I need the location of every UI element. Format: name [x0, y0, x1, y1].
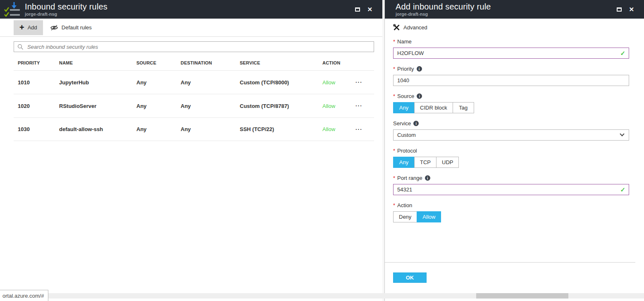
left-blade-toolbar: + Add Default rules [0, 19, 382, 37]
column-header-name: NAME [59, 60, 136, 65]
service-select[interactable]: Custom [393, 129, 629, 141]
source-option-cidr-block[interactable]: CIDR block [414, 102, 453, 113]
azure-portal: Inbound security rules jorge-draft-nsg ✕… [0, 0, 644, 301]
table-row[interactable]: 1030default-allow-sshAnyAnySSH (TCP/22)A… [14, 117, 374, 141]
cell-priority: 1030 [18, 126, 59, 132]
protocol-toggle-group: Any TCP UDP [393, 157, 629, 168]
priority-input[interactable] [393, 75, 629, 86]
cell-name: default-allow-ssh [59, 126, 136, 132]
protocol-option-udp[interactable]: UDP [436, 157, 459, 168]
cell-service: SSH (TCP/22) [240, 126, 322, 132]
row-menu-button[interactable]: ... [355, 78, 374, 87]
plus-icon: + [19, 23, 24, 31]
cell-destination: Any [181, 126, 240, 132]
cell-source: Any [136, 126, 181, 132]
required-asterisk: * [393, 202, 395, 208]
column-header-service: SERVICE [240, 60, 322, 65]
default-rules-button[interactable]: Default rules [44, 20, 98, 35]
left-blade-subtitle: jorge-draft-nsg [25, 12, 107, 17]
port-range-label: * Port range i [393, 175, 629, 181]
search-input[interactable] [26, 43, 370, 50]
action-label: * Action [393, 202, 629, 208]
info-icon: i [425, 175, 430, 181]
cell-source: Any [136, 103, 181, 109]
protocol-label: * Protocol [393, 148, 629, 154]
required-asterisk: * [393, 93, 395, 99]
add-button-label: Add [28, 24, 37, 31]
cell-destination: Any [181, 103, 240, 109]
source-option-any[interactable]: Any [393, 102, 415, 113]
cell-priority: 1020 [18, 103, 59, 109]
table-row[interactable]: 1020RStudioServerAnyAnyCustom (TCP/8787)… [14, 94, 374, 117]
inbound-rules-icon [3, 2, 21, 17]
valid-check-icon: ✓ [620, 50, 625, 57]
add-rule-form: * Name ✓ * Priority i [385, 36, 644, 222]
port-range-input[interactable] [393, 184, 629, 195]
valid-check-icon: ✓ [620, 186, 625, 194]
maximize-icon[interactable] [355, 7, 360, 12]
cell-destination: Any [181, 79, 240, 86]
add-button[interactable]: + Add [14, 20, 43, 35]
cell-service: Custom (TCP/8787) [240, 103, 322, 109]
cell-action: Allow [322, 126, 355, 132]
column-header-priority: PRIORITY [18, 60, 59, 65]
footer-divider [385, 262, 635, 263]
inbound-security-rules-blade: Inbound security rules jorge-draft-nsg ✕… [0, 0, 382, 301]
source-option-tag[interactable]: Tag [453, 102, 474, 113]
cell-action: Allow [322, 79, 355, 86]
required-asterisk: * [393, 38, 395, 45]
right-blade-subtitle: jorge-draft-nsg [396, 12, 491, 17]
required-asterisk: * [393, 175, 395, 181]
row-menu-button[interactable]: ... [355, 101, 374, 110]
column-header-destination: DESTINATION [181, 60, 240, 65]
ok-button[interactable]: OK [393, 272, 427, 283]
cell-name: RStudioServer [59, 103, 136, 109]
cell-name: JupyterHub [59, 79, 136, 86]
left-blade-header: Inbound security rules jorge-draft-nsg ✕ [0, 0, 382, 19]
info-icon: i [417, 66, 422, 72]
action-field: * Action Deny Allow [393, 202, 629, 222]
cell-action: Allow [322, 103, 355, 109]
scrollbar-thumb[interactable] [476, 293, 568, 299]
horizontal-scrollbar[interactable] [0, 293, 644, 299]
priority-field: * Priority i [393, 66, 629, 86]
action-option-deny[interactable]: Deny [393, 211, 417, 222]
search-icon [17, 44, 24, 50]
service-label: Service i [393, 120, 629, 127]
name-field: * Name ✓ [393, 38, 629, 59]
service-field: Service i Custom [393, 120, 629, 141]
rules-table-body: 1010JupyterHubAnyAnyCustom (TCP/8000)All… [14, 70, 374, 141]
right-blade-title: Add inbound security rule [396, 2, 491, 11]
row-menu-button[interactable]: ... [355, 125, 374, 134]
protocol-option-tcp[interactable]: TCP [414, 157, 436, 168]
chevron-down-icon [620, 131, 624, 136]
column-header-source: SOURCE [136, 60, 181, 65]
port-range-field: * Port range i ✓ [393, 175, 629, 195]
table-header-row: PRIORITY NAME SOURCE DESTINATION SERVICE… [14, 52, 374, 70]
table-row[interactable]: 1010JupyterHubAnyAnyCustom (TCP/8000)All… [14, 70, 374, 94]
required-asterisk: * [393, 66, 395, 72]
close-icon[interactable]: ✕ [629, 6, 634, 12]
add-rule-blade: Add inbound security rule jorge-draft-ns… [385, 0, 644, 301]
action-option-allow[interactable]: Allow [417, 211, 441, 222]
priority-label: * Priority i [393, 66, 629, 72]
protocol-field: * Protocol Any TCP UDP [393, 148, 629, 168]
cell-priority: 1010 [18, 79, 59, 86]
advanced-button[interactable]: Advanced [393, 24, 427, 31]
right-blade-header: Add inbound security rule jorge-draft-ns… [385, 0, 644, 19]
source-label: * Source i [393, 93, 629, 99]
close-icon[interactable]: ✕ [367, 6, 372, 12]
service-selected-value: Custom [397, 132, 416, 138]
cell-source: Any [136, 79, 181, 86]
default-rules-label: Default rules [62, 24, 92, 31]
action-toggle-group: Deny Allow [393, 211, 629, 222]
protocol-option-any[interactable]: Any [393, 157, 415, 168]
name-input[interactable] [393, 48, 629, 59]
left-blade-title: Inbound security rules [25, 2, 107, 11]
info-icon: i [417, 93, 422, 99]
source-toggle-group: Any CIDR block Tag [393, 102, 629, 113]
source-field: * Source i Any CIDR block Tag [393, 93, 629, 113]
maximize-icon[interactable] [617, 7, 622, 12]
rules-table: PRIORITY NAME SOURCE DESTINATION SERVICE… [14, 52, 374, 141]
tools-icon [393, 24, 400, 31]
